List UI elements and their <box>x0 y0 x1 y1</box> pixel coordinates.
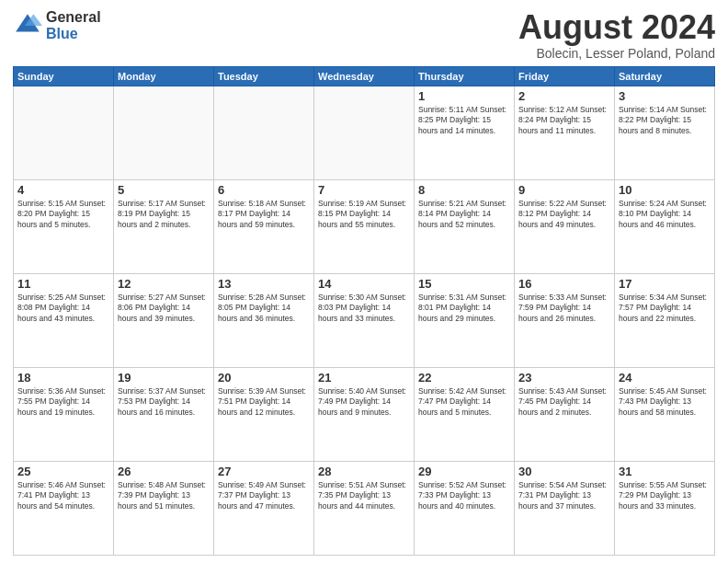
page: General Blue August 2024 Bolecin, Lesser… <box>0 0 728 563</box>
calendar-week-0: 1Sunrise: 5:11 AM Sunset: 8:25 PM Daylig… <box>14 86 715 179</box>
day-info: Sunrise: 5:40 AM Sunset: 7:49 PM Dayligh… <box>318 386 410 418</box>
day-info: Sunrise: 5:46 AM Sunset: 7:41 PM Dayligh… <box>17 480 109 511</box>
logo: General Blue <box>13 9 101 41</box>
calendar-cell: 3Sunrise: 5:14 AM Sunset: 8:22 PM Daylig… <box>615 86 715 179</box>
calendar-cell: 8Sunrise: 5:21 AM Sunset: 8:14 PM Daylig… <box>415 179 515 273</box>
day-info: Sunrise: 5:21 AM Sunset: 8:14 PM Dayligh… <box>418 199 510 230</box>
calendar-cell <box>14 86 114 179</box>
day-number: 24 <box>619 371 711 385</box>
day-info: Sunrise: 5:31 AM Sunset: 8:01 PM Dayligh… <box>418 293 510 324</box>
logo-general: General <box>46 9 101 26</box>
day-info: Sunrise: 5:25 AM Sunset: 8:08 PM Dayligh… <box>17 293 109 324</box>
day-info: Sunrise: 5:15 AM Sunset: 8:20 PM Dayligh… <box>17 199 109 230</box>
day-number: 20 <box>218 371 310 385</box>
calendar-week-3: 18Sunrise: 5:36 AM Sunset: 7:55 PM Dayli… <box>14 367 715 461</box>
day-number: 19 <box>118 371 210 385</box>
weekday-header-row: Sunday Monday Tuesday Wednesday Thursday… <box>14 66 715 86</box>
day-number: 15 <box>418 277 510 291</box>
day-info: Sunrise: 5:14 AM Sunset: 8:22 PM Dayligh… <box>619 105 711 136</box>
calendar-cell: 26Sunrise: 5:48 AM Sunset: 7:39 PM Dayli… <box>114 461 214 555</box>
day-number: 28 <box>318 465 410 478</box>
day-number: 21 <box>318 371 410 385</box>
calendar-cell: 1Sunrise: 5:11 AM Sunset: 8:25 PM Daylig… <box>415 86 515 179</box>
title-month: August 2024 <box>518 9 715 46</box>
calendar-cell: 11Sunrise: 5:25 AM Sunset: 8:08 PM Dayli… <box>14 273 114 367</box>
calendar-cell: 16Sunrise: 5:33 AM Sunset: 7:59 PM Dayli… <box>515 273 615 367</box>
day-info: Sunrise: 5:24 AM Sunset: 8:10 PM Dayligh… <box>619 199 711 230</box>
calendar-cell: 25Sunrise: 5:46 AM Sunset: 7:41 PM Dayli… <box>14 461 114 555</box>
day-number: 18 <box>17 371 109 385</box>
calendar-cell: 22Sunrise: 5:42 AM Sunset: 7:47 PM Dayli… <box>415 367 515 461</box>
calendar-cell <box>214 86 314 179</box>
day-info: Sunrise: 5:33 AM Sunset: 7:59 PM Dayligh… <box>518 293 610 324</box>
day-number: 31 <box>619 465 711 478</box>
day-number: 11 <box>17 277 109 291</box>
day-number: 7 <box>318 183 410 197</box>
day-info: Sunrise: 5:34 AM Sunset: 7:57 PM Dayligh… <box>619 293 711 324</box>
calendar-week-2: 11Sunrise: 5:25 AM Sunset: 8:08 PM Dayli… <box>14 273 715 367</box>
day-number: 27 <box>218 465 310 478</box>
day-number: 10 <box>619 183 711 197</box>
day-info: Sunrise: 5:45 AM Sunset: 7:43 PM Dayligh… <box>619 386 711 418</box>
day-info: Sunrise: 5:42 AM Sunset: 7:47 PM Dayligh… <box>418 386 510 418</box>
calendar-cell: 27Sunrise: 5:49 AM Sunset: 7:37 PM Dayli… <box>214 461 314 555</box>
title-block: August 2024 Bolecin, Lesser Poland, Pola… <box>518 9 715 61</box>
day-number: 3 <box>619 89 711 103</box>
calendar-cell: 5Sunrise: 5:17 AM Sunset: 8:19 PM Daylig… <box>114 179 214 273</box>
day-info: Sunrise: 5:19 AM Sunset: 8:15 PM Dayligh… <box>318 199 410 230</box>
header-tuesday: Tuesday <box>214 66 314 86</box>
day-number: 9 <box>518 183 610 197</box>
calendar-cell: 28Sunrise: 5:51 AM Sunset: 7:35 PM Dayli… <box>314 461 415 555</box>
day-info: Sunrise: 5:18 AM Sunset: 8:17 PM Dayligh… <box>218 199 310 230</box>
calendar-cell: 24Sunrise: 5:45 AM Sunset: 7:43 PM Dayli… <box>615 367 715 461</box>
day-number: 29 <box>418 465 510 478</box>
day-info: Sunrise: 5:27 AM Sunset: 8:06 PM Dayligh… <box>118 293 210 324</box>
day-number: 25 <box>17 465 109 478</box>
calendar-cell: 29Sunrise: 5:52 AM Sunset: 7:33 PM Dayli… <box>415 461 515 555</box>
calendar-cell: 14Sunrise: 5:30 AM Sunset: 8:03 PM Dayli… <box>314 273 415 367</box>
logo-icon <box>13 11 42 40</box>
calendar-cell: 10Sunrise: 5:24 AM Sunset: 8:10 PM Dayli… <box>615 179 715 273</box>
logo-blue: Blue <box>46 26 101 42</box>
day-number: 13 <box>218 277 310 291</box>
calendar-cell <box>114 86 214 179</box>
calendar-cell: 6Sunrise: 5:18 AM Sunset: 8:17 PM Daylig… <box>214 179 314 273</box>
calendar-cell: 30Sunrise: 5:54 AM Sunset: 7:31 PM Dayli… <box>515 461 615 555</box>
day-info: Sunrise: 5:43 AM Sunset: 7:45 PM Dayligh… <box>518 386 610 418</box>
day-info: Sunrise: 5:12 AM Sunset: 8:24 PM Dayligh… <box>518 105 610 136</box>
header-monday: Monday <box>114 66 214 86</box>
day-info: Sunrise: 5:30 AM Sunset: 8:03 PM Dayligh… <box>318 293 410 324</box>
day-info: Sunrise: 5:11 AM Sunset: 8:25 PM Dayligh… <box>418 105 510 136</box>
calendar-cell: 19Sunrise: 5:37 AM Sunset: 7:53 PM Dayli… <box>114 367 214 461</box>
day-info: Sunrise: 5:55 AM Sunset: 7:29 PM Dayligh… <box>619 480 711 511</box>
header-sunday: Sunday <box>14 66 114 86</box>
logo-text: General Blue <box>46 9 101 41</box>
calendar-cell: 23Sunrise: 5:43 AM Sunset: 7:45 PM Dayli… <box>515 367 615 461</box>
day-info: Sunrise: 5:37 AM Sunset: 7:53 PM Dayligh… <box>118 386 210 418</box>
calendar-cell: 21Sunrise: 5:40 AM Sunset: 7:49 PM Dayli… <box>314 367 415 461</box>
calendar-cell <box>314 86 415 179</box>
header-saturday: Saturday <box>615 66 715 86</box>
header-friday: Friday <box>515 66 615 86</box>
day-number: 4 <box>17 183 109 197</box>
header-wednesday: Wednesday <box>314 66 415 86</box>
calendar-cell: 13Sunrise: 5:28 AM Sunset: 8:05 PM Dayli… <box>214 273 314 367</box>
calendar-cell: 12Sunrise: 5:27 AM Sunset: 8:06 PM Dayli… <box>114 273 214 367</box>
day-info: Sunrise: 5:48 AM Sunset: 7:39 PM Dayligh… <box>118 480 210 511</box>
calendar-cell: 2Sunrise: 5:12 AM Sunset: 8:24 PM Daylig… <box>515 86 615 179</box>
day-info: Sunrise: 5:17 AM Sunset: 8:19 PM Dayligh… <box>118 199 210 230</box>
calendar-week-4: 25Sunrise: 5:46 AM Sunset: 7:41 PM Dayli… <box>14 461 715 555</box>
calendar-cell: 4Sunrise: 5:15 AM Sunset: 8:20 PM Daylig… <box>14 179 114 273</box>
day-number: 23 <box>518 371 610 385</box>
day-number: 16 <box>518 277 610 291</box>
day-number: 5 <box>118 183 210 197</box>
calendar-cell: 18Sunrise: 5:36 AM Sunset: 7:55 PM Dayli… <box>14 367 114 461</box>
day-number: 30 <box>518 465 610 478</box>
day-info: Sunrise: 5:52 AM Sunset: 7:33 PM Dayligh… <box>418 480 510 511</box>
day-info: Sunrise: 5:39 AM Sunset: 7:51 PM Dayligh… <box>218 386 310 418</box>
day-info: Sunrise: 5:54 AM Sunset: 7:31 PM Dayligh… <box>518 480 610 511</box>
day-number: 22 <box>418 371 510 385</box>
day-info: Sunrise: 5:28 AM Sunset: 8:05 PM Dayligh… <box>218 293 310 324</box>
day-number: 2 <box>518 89 610 103</box>
calendar-cell: 20Sunrise: 5:39 AM Sunset: 7:51 PM Dayli… <box>214 367 314 461</box>
